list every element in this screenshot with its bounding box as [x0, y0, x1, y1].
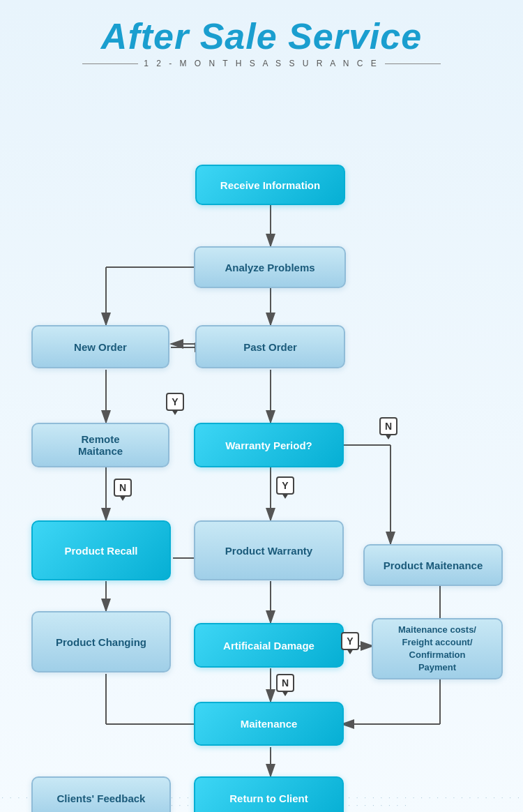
maitenance-node: Maitenance: [194, 702, 344, 746]
clients-feedback-node: Clients' Feedback: [31, 776, 171, 812]
flowchart: Receive Information Analyze Problems New…: [0, 75, 523, 787]
maint-costs-node: Maitenance costs/ Freight account/ Confi…: [372, 618, 503, 679]
subtitle-right-line: [385, 63, 441, 64]
y-label-warranty: Y: [276, 476, 294, 495]
n-label-remote: N: [114, 479, 132, 497]
product-recall-node: Product Recall: [31, 520, 171, 580]
analyze-problems-node: Analyze Problems: [194, 246, 346, 288]
receive-info-node: Receive Information: [195, 165, 345, 205]
subtitle-text: 1 2 - M O N T H S A S S U R A N C E: [144, 59, 379, 68]
product-changing-node: Product Changing: [31, 611, 171, 672]
subtitle-line: 1 2 - M O N T H S A S S U R A N C E: [0, 59, 523, 68]
y-label-new-order: Y: [166, 393, 184, 411]
new-order-node: New Order: [31, 325, 169, 368]
remote-maitance-node: Remote Maitance: [31, 423, 169, 467]
return-client-node: Return to Client: [194, 776, 344, 812]
subtitle-left-line: [82, 63, 138, 64]
header: After Sale Service 1 2 - M O N T H S A S…: [0, 0, 523, 75]
product-warranty-node: Product Warranty: [194, 520, 344, 580]
artificial-damage-node: Artificaial Damage: [194, 623, 344, 668]
past-order-node: Past Order: [195, 325, 345, 368]
y-label-artificial: Y: [341, 632, 359, 650]
n-label-warranty: N: [379, 417, 397, 435]
page-wrapper: After Sale Service 1 2 - M O N T H S A S…: [0, 0, 523, 812]
warranty-period-node: Warranty Period?: [194, 423, 344, 467]
main-title: After Sale Service: [0, 15, 523, 57]
n-label-artificial: N: [276, 674, 294, 692]
product-maitenance-node: Product Maitenance: [363, 544, 503, 586]
